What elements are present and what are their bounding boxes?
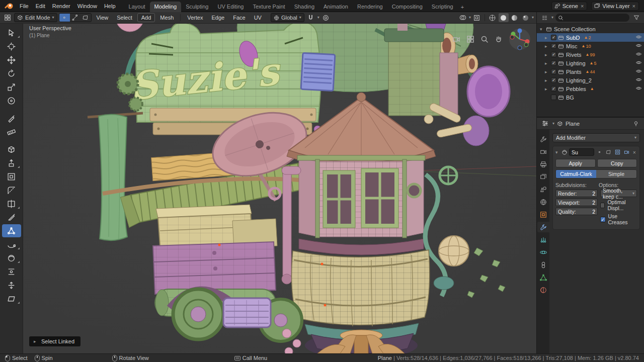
catmull-clark-option[interactable]: Catmull-Clark <box>556 170 596 178</box>
collection-checkbox[interactable]: ✓ <box>551 77 556 83</box>
outliner-row-rivets[interactable]: ▸ ✓ Rivets ▲99 <box>537 50 644 59</box>
collection-checkbox[interactable] <box>551 95 556 100</box>
camera-view-icon[interactable] <box>452 35 461 44</box>
outliner-row-pebbles[interactable]: ▸ ✓ Pebbles ▲ <box>537 84 644 93</box>
tool-edge-slide[interactable] <box>2 265 21 278</box>
outliner-row-lighting[interactable]: ▸ ✓ Lighting ▲5 <box>537 59 644 67</box>
modifier-name-field[interactable]: Su <box>569 148 594 156</box>
expand-arrow-icon[interactable]: ▸ <box>545 61 549 66</box>
tab-object[interactable] <box>537 209 549 220</box>
menu-help[interactable]: Help <box>101 2 119 10</box>
menu-render[interactable]: Render <box>49 2 74 10</box>
scene-unlink-icon[interactable]: × <box>580 3 584 9</box>
vertex-select-button[interactable] <box>59 14 70 22</box>
ortho-toggle-icon[interactable] <box>466 35 475 44</box>
simple-option[interactable]: Simple <box>596 170 636 178</box>
snap-toggle-button[interactable] <box>306 13 316 22</box>
use-creases-checkbox[interactable]: ✓ Use Creases <box>600 213 637 225</box>
tool-poly-build[interactable] <box>2 224 21 237</box>
tab-rendering[interactable]: Rendering <box>353 2 387 12</box>
apply-button[interactable]: Apply <box>555 159 596 167</box>
tab-view-layer[interactable] <box>537 171 549 182</box>
visibility-eye-icon[interactable] <box>635 34 642 41</box>
tab-particles[interactable] <box>537 234 549 245</box>
display-on-cage-toggle[interactable] <box>596 148 603 156</box>
collection-checkbox[interactable]: ✓ <box>551 43 556 49</box>
zoom-icon[interactable] <box>480 35 489 44</box>
tab-modifiers[interactable] <box>537 222 549 232</box>
collection-checkbox[interactable]: ✓ <box>551 52 556 57</box>
tool-rotate[interactable] <box>2 67 21 80</box>
visibility-eye-icon[interactable] <box>635 42 642 50</box>
visibility-eye-icon[interactable] <box>635 59 642 67</box>
tab-world[interactable] <box>537 197 549 207</box>
tool-extrude-region[interactable] <box>2 156 21 169</box>
orientation-selector[interactable]: Global ▾ <box>271 13 304 22</box>
expand-arrow-icon[interactable]: ▾ <box>555 150 560 155</box>
checkbox[interactable] <box>600 203 605 208</box>
expand-arrow-icon[interactable]: ▸ <box>545 78 549 83</box>
tab-texture-paint[interactable]: Texture Paint <box>248 2 289 12</box>
show-overlaps-button[interactable] <box>458 13 468 22</box>
collection-checkbox[interactable]: ✓ <box>551 60 556 66</box>
checkbox[interactable]: ✓ <box>600 217 606 222</box>
tool-bevel[interactable] <box>2 184 21 197</box>
view-layer-selector[interactable]: View Layer × <box>591 2 639 11</box>
expand-arrow-icon[interactable]: ▸ <box>545 69 549 74</box>
tool-loop-cut[interactable] <box>2 197 21 210</box>
shading-wireframe-button[interactable] <box>488 13 498 22</box>
menu-add[interactable]: Add <box>137 13 155 22</box>
tab-output[interactable] <box>537 159 549 169</box>
outliner-row-bg[interactable]: ▸ BG <box>537 93 644 102</box>
visibility-eye-icon[interactable] <box>635 76 642 84</box>
tool-add-cube[interactable] <box>2 143 21 156</box>
tool-shear[interactable] <box>2 292 21 305</box>
tab-uv-editing[interactable]: UV Editing <box>213 2 248 12</box>
shading-material-button[interactable] <box>510 13 520 22</box>
outliner-row-lighting-2[interactable]: ▸ ✓ Lighting_2 <box>537 76 644 84</box>
pan-hand-icon[interactable] <box>494 35 503 44</box>
visibility-eye-icon[interactable] <box>635 85 642 93</box>
viewport-subdivisions-field[interactable]: Viewport: 2 <box>555 199 598 206</box>
add-modifier-dropdown[interactable]: Add Modifier ▾ <box>552 133 640 142</box>
copy-button[interactable]: Copy <box>597 159 637 167</box>
tool-smooth[interactable] <box>2 251 21 264</box>
tab-sculpting[interactable]: Sculpting <box>181 2 213 12</box>
collection-checkbox[interactable]: ✓ <box>551 69 556 74</box>
shading-options-chevron-icon[interactable]: ▾ <box>532 16 534 20</box>
tab-physics[interactable] <box>537 247 549 257</box>
tool-transform[interactable] <box>2 94 21 107</box>
menu-window[interactable]: Window <box>74 2 101 10</box>
viewport-canvas[interactable]: Suzie's <box>23 24 536 353</box>
menu-uv[interactable]: UV <box>251 14 265 22</box>
collection-checkbox[interactable]: ✓ <box>551 35 556 40</box>
display-in-edit-mode-toggle[interactable] <box>605 148 612 156</box>
viewport-3d[interactable]: Suzie's <box>23 24 536 353</box>
chevron-down-icon[interactable]: ▾ <box>469 16 471 20</box>
expand-arrow-icon[interactable]: ▸ <box>545 52 549 57</box>
tab-material[interactable] <box>537 285 549 295</box>
render-subdivisions-field[interactable]: Render: 2 <box>555 190 598 197</box>
editor-type-button[interactable] <box>3 13 13 22</box>
menu-file[interactable]: File <box>16 2 32 10</box>
optimal-display-checkbox[interactable]: Optimal Displ... <box>600 199 637 211</box>
tool-scale[interactable] <box>2 80 21 94</box>
display-realtime-toggle[interactable] <box>614 148 621 156</box>
blender-logo-icon[interactable] <box>4 2 14 10</box>
tool-move[interactable] <box>2 53 21 66</box>
tool-select-box[interactable] <box>2 26 21 39</box>
expand-arrow-icon[interactable]: ▸ <box>545 35 549 40</box>
expand-arrow-icon[interactable]: ▸ <box>545 86 549 92</box>
outliner-row-plants[interactable]: ▸ ✓ Plants ▲44 <box>537 67 644 76</box>
mode-selector[interactable]: Edit Mode ▾ <box>14 13 57 22</box>
outliner-search-input[interactable] <box>555 14 629 22</box>
expand-arrow-icon[interactable]: ▾ <box>540 27 544 32</box>
edge-select-button[interactable] <box>70 14 80 22</box>
menu-view[interactable]: View <box>93 14 112 22</box>
tab-modeling[interactable]: Modeling <box>150 2 182 12</box>
filter-icon[interactable] <box>631 13 641 22</box>
view-layer-unlink-icon[interactable]: × <box>632 3 636 9</box>
proportional-editing-button[interactable] <box>321 13 331 22</box>
tab-scripting[interactable]: Scripting <box>427 2 458 12</box>
menu-edit[interactable]: Edit <box>32 2 49 10</box>
